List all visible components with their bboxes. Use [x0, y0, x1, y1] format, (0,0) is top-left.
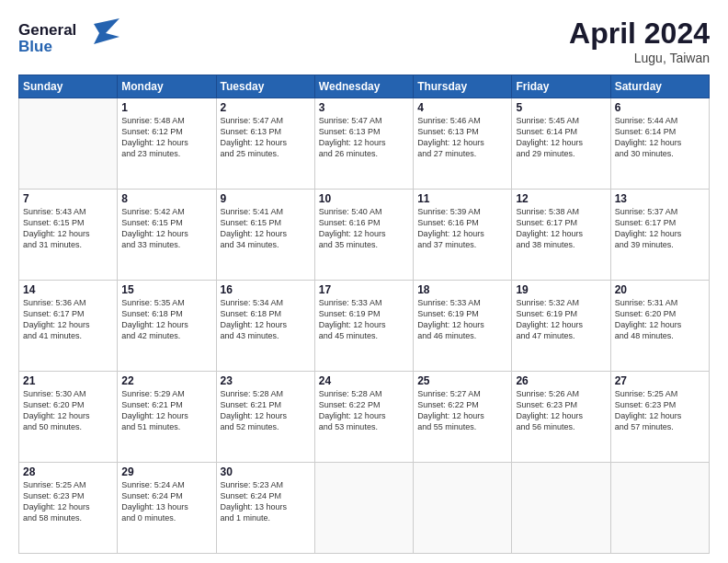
day-number: 6: [615, 101, 705, 114]
calendar-cell: 2Sunrise: 5:47 AMSunset: 6:13 PMDaylight…: [216, 98, 314, 190]
day-number: 17: [319, 283, 409, 296]
svg-text:Blue: Blue: [18, 38, 52, 55]
calendar-cell: [414, 463, 512, 554]
day-number: 13: [615, 192, 705, 205]
calendar-cell: 19Sunrise: 5:32 AMSunset: 6:19 PMDayligh…: [512, 281, 610, 372]
calendar-cell: 6Sunrise: 5:44 AMSunset: 6:14 PMDaylight…: [610, 98, 709, 190]
weekday-header: Sunday: [19, 75, 118, 98]
day-info: Sunrise: 5:26 AMSunset: 6:23 PMDaylight:…: [516, 388, 606, 433]
calendar-week-row: 1Sunrise: 5:48 AMSunset: 6:12 PMDaylight…: [19, 98, 710, 190]
day-number: 27: [615, 374, 705, 387]
calendar-week-row: 14Sunrise: 5:36 AMSunset: 6:17 PMDayligh…: [19, 281, 710, 372]
logo-text: General Blue: [18, 17, 119, 61]
day-number: 12: [516, 192, 606, 205]
day-info: Sunrise: 5:47 AMSunset: 6:13 PMDaylight:…: [319, 115, 409, 160]
calendar-cell: 27Sunrise: 5:25 AMSunset: 6:23 PMDayligh…: [610, 372, 709, 463]
day-number: 19: [516, 283, 606, 296]
calendar-cell: 24Sunrise: 5:28 AMSunset: 6:22 PMDayligh…: [314, 372, 413, 463]
calendar-cell: 8Sunrise: 5:42 AMSunset: 6:15 PMDaylight…: [118, 190, 216, 281]
day-number: 30: [221, 465, 311, 478]
calendar-header-row: SundayMondayTuesdayWednesdayThursdayFrid…: [19, 75, 710, 98]
calendar-cell: 26Sunrise: 5:26 AMSunset: 6:23 PMDayligh…: [512, 372, 610, 463]
calendar-cell: 1Sunrise: 5:48 AMSunset: 6:12 PMDaylight…: [118, 98, 216, 190]
day-number: 1: [121, 101, 211, 114]
day-number: 28: [23, 465, 113, 478]
day-info: Sunrise: 5:27 AMSunset: 6:22 PMDaylight:…: [417, 388, 507, 433]
day-info: Sunrise: 5:25 AMSunset: 6:23 PMDaylight:…: [23, 479, 113, 524]
day-number: 7: [23, 192, 113, 205]
calendar-cell: 10Sunrise: 5:40 AMSunset: 6:16 PMDayligh…: [314, 190, 413, 281]
calendar-cell: [610, 463, 709, 554]
day-info: Sunrise: 5:33 AMSunset: 6:19 PMDaylight:…: [417, 297, 507, 342]
header: General Blue April 2024 Lugu, Taiwan: [18, 17, 710, 65]
day-info: Sunrise: 5:39 AMSunset: 6:16 PMDaylight:…: [417, 206, 507, 251]
calendar-cell: 20Sunrise: 5:31 AMSunset: 6:20 PMDayligh…: [610, 281, 709, 372]
day-number: 16: [221, 283, 311, 296]
month-title: April 2024: [569, 17, 710, 51]
weekday-header: Wednesday: [314, 75, 413, 98]
logo: General Blue: [18, 17, 119, 61]
day-number: 9: [221, 192, 311, 205]
day-info: Sunrise: 5:23 AMSunset: 6:24 PMDaylight:…: [221, 479, 311, 524]
day-info: Sunrise: 5:41 AMSunset: 6:15 PMDaylight:…: [221, 206, 311, 251]
day-number: 18: [417, 283, 507, 296]
day-number: 4: [417, 101, 507, 114]
day-number: 23: [221, 374, 311, 387]
day-number: 5: [516, 101, 606, 114]
day-number: 20: [615, 283, 705, 296]
day-info: Sunrise: 5:35 AMSunset: 6:18 PMDaylight:…: [121, 297, 211, 342]
calendar-cell: [19, 98, 118, 190]
day-info: Sunrise: 5:34 AMSunset: 6:18 PMDaylight:…: [221, 297, 311, 342]
day-number: 21: [23, 374, 113, 387]
calendar-cell: 21Sunrise: 5:30 AMSunset: 6:20 PMDayligh…: [19, 372, 118, 463]
calendar-cell: 30Sunrise: 5:23 AMSunset: 6:24 PMDayligh…: [216, 463, 314, 554]
calendar-week-row: 7Sunrise: 5:43 AMSunset: 6:15 PMDaylight…: [19, 190, 710, 281]
day-info: Sunrise: 5:38 AMSunset: 6:17 PMDaylight:…: [516, 206, 606, 251]
calendar-cell: 23Sunrise: 5:28 AMSunset: 6:21 PMDayligh…: [216, 372, 314, 463]
calendar-cell: 28Sunrise: 5:25 AMSunset: 6:23 PMDayligh…: [19, 463, 118, 554]
day-info: Sunrise: 5:29 AMSunset: 6:21 PMDaylight:…: [121, 388, 211, 433]
day-info: Sunrise: 5:36 AMSunset: 6:17 PMDaylight:…: [23, 297, 113, 342]
day-info: Sunrise: 5:44 AMSunset: 6:14 PMDaylight:…: [615, 115, 705, 160]
calendar-cell: 3Sunrise: 5:47 AMSunset: 6:13 PMDaylight…: [314, 98, 413, 190]
day-number: 3: [319, 101, 409, 114]
calendar-week-row: 28Sunrise: 5:25 AMSunset: 6:23 PMDayligh…: [19, 463, 710, 554]
day-info: Sunrise: 5:46 AMSunset: 6:13 PMDaylight:…: [417, 115, 507, 160]
day-info: Sunrise: 5:45 AMSunset: 6:14 PMDaylight:…: [516, 115, 606, 160]
day-number: 15: [121, 283, 211, 296]
calendar-cell: 11Sunrise: 5:39 AMSunset: 6:16 PMDayligh…: [414, 190, 512, 281]
day-info: Sunrise: 5:32 AMSunset: 6:19 PMDaylight:…: [516, 297, 606, 342]
day-info: Sunrise: 5:28 AMSunset: 6:21 PMDaylight:…: [221, 388, 311, 433]
day-info: Sunrise: 5:28 AMSunset: 6:22 PMDaylight:…: [319, 388, 409, 433]
calendar-cell: 13Sunrise: 5:37 AMSunset: 6:17 PMDayligh…: [610, 190, 709, 281]
day-info: Sunrise: 5:43 AMSunset: 6:15 PMDaylight:…: [23, 206, 113, 251]
location-subtitle: Lugu, Taiwan: [569, 51, 710, 65]
day-info: Sunrise: 5:48 AMSunset: 6:12 PMDaylight:…: [121, 115, 211, 160]
weekday-header: Thursday: [414, 75, 512, 98]
calendar-cell: 12Sunrise: 5:38 AMSunset: 6:17 PMDayligh…: [512, 190, 610, 281]
calendar-cell: 16Sunrise: 5:34 AMSunset: 6:18 PMDayligh…: [216, 281, 314, 372]
calendar-table: SundayMondayTuesdayWednesdayThursdayFrid…: [18, 75, 710, 554]
title-area: April 2024 Lugu, Taiwan: [569, 17, 710, 65]
day-number: 22: [121, 374, 211, 387]
day-number: 14: [23, 283, 113, 296]
day-info: Sunrise: 5:42 AMSunset: 6:15 PMDaylight:…: [121, 206, 211, 251]
weekday-header: Tuesday: [216, 75, 314, 98]
calendar-week-row: 21Sunrise: 5:30 AMSunset: 6:20 PMDayligh…: [19, 372, 710, 463]
day-info: Sunrise: 5:31 AMSunset: 6:20 PMDaylight:…: [615, 297, 705, 342]
calendar-cell: 9Sunrise: 5:41 AMSunset: 6:15 PMDaylight…: [216, 190, 314, 281]
weekday-header: Saturday: [610, 75, 709, 98]
day-number: 25: [417, 374, 507, 387]
page: General Blue April 2024 Lugu, Taiwan Sun…: [0, 0, 728, 563]
day-info: Sunrise: 5:40 AMSunset: 6:16 PMDaylight:…: [319, 206, 409, 251]
calendar-cell: [314, 463, 413, 554]
day-number: 29: [121, 465, 211, 478]
day-number: 2: [221, 101, 311, 114]
calendar-cell: 15Sunrise: 5:35 AMSunset: 6:18 PMDayligh…: [118, 281, 216, 372]
weekday-header: Friday: [512, 75, 610, 98]
day-number: 26: [516, 374, 606, 387]
day-number: 8: [121, 192, 211, 205]
calendar-cell: 17Sunrise: 5:33 AMSunset: 6:19 PMDayligh…: [314, 281, 413, 372]
day-info: Sunrise: 5:30 AMSunset: 6:20 PMDaylight:…: [23, 388, 113, 433]
day-info: Sunrise: 5:37 AMSunset: 6:17 PMDaylight:…: [615, 206, 705, 251]
